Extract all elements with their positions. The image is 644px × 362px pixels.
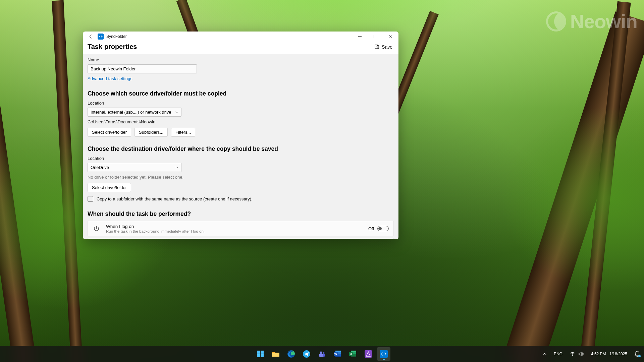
app-window: SyncFolder Task properties Save Name Adv… — [83, 32, 398, 239]
close-button[interactable] — [383, 32, 398, 42]
svg-rect-7 — [261, 354, 264, 357]
notifications-button[interactable] — [633, 351, 641, 357]
svg-rect-4 — [257, 351, 260, 354]
svg-rect-1 — [374, 35, 377, 38]
copy-subfolder-checkbox[interactable] — [88, 196, 93, 202]
save-icon — [374, 44, 379, 49]
svg-point-10 — [320, 352, 322, 354]
chevron-down-icon — [175, 166, 178, 169]
excel-icon[interactable]: X — [346, 347, 360, 361]
teams-icon[interactable] — [315, 347, 329, 361]
select-source-folder-button[interactable]: Select drive/folder — [88, 128, 131, 137]
start-button[interactable] — [254, 347, 267, 361]
watermark: Neowin — [545, 10, 637, 33]
destination-location-label: Location — [88, 156, 394, 161]
task-name-input[interactable] — [88, 64, 197, 73]
name-label: Name — [88, 57, 394, 62]
source-heading: Choose which source drive/folder must be… — [88, 90, 394, 97]
save-button[interactable]: Save — [374, 44, 392, 50]
svg-rect-6 — [257, 354, 260, 357]
taskbar: W X ENG 4:52 PM 1/18/2025 — [0, 346, 644, 362]
trigger-logon: When I log on Run the task in the backgr… — [88, 221, 394, 236]
svg-text:W: W — [334, 352, 337, 356]
volume-icon — [579, 352, 584, 356]
back-button[interactable] — [86, 34, 96, 39]
svg-text:X: X — [350, 352, 352, 356]
chevron-down-icon — [175, 111, 178, 114]
schedule-heading: When should the task be performed? — [88, 210, 394, 218]
svg-point-11 — [323, 352, 325, 354]
titlebar: SyncFolder — [83, 32, 398, 42]
destination-location-select[interactable]: OneDrive — [88, 163, 181, 172]
svg-rect-27 — [380, 350, 388, 358]
edge-icon[interactable] — [284, 347, 298, 361]
destination-heading: Choose the destination drive/folder wher… — [88, 145, 394, 153]
trigger-title: When I log on — [106, 224, 362, 229]
toggle-state: Off — [368, 226, 374, 231]
select-destination-folder-button[interactable]: Select drive/folder — [88, 183, 131, 192]
syncfolder-taskbar-icon[interactable] — [377, 347, 390, 361]
affinity-icon[interactable] — [362, 347, 375, 361]
subfolders-button[interactable]: Subfolders... — [135, 128, 168, 137]
language-indicator[interactable]: ENG — [552, 352, 564, 356]
page-title: Task properties — [88, 43, 137, 51]
word-icon[interactable]: W — [331, 347, 344, 361]
telegram-icon[interactable] — [300, 347, 313, 361]
minimize-button[interactable] — [352, 32, 368, 42]
content-scroll[interactable]: Name Advanced task settings Choose which… — [83, 54, 398, 239]
maximize-button[interactable] — [368, 32, 383, 42]
app-name: SyncFolder — [106, 34, 127, 39]
system-tray[interactable] — [569, 352, 585, 356]
trigger-desc: Run the task in the background immediate… — [106, 229, 362, 233]
source-location-label: Location — [88, 101, 394, 106]
wifi-icon — [570, 352, 575, 356]
clock[interactable]: 4:52 PM 1/18/2025 — [590, 352, 629, 356]
file-explorer-icon[interactable] — [269, 347, 282, 361]
power-icon — [93, 226, 100, 232]
destination-hint: No drive or folder selected yet. Please … — [88, 175, 394, 180]
filters-button[interactable]: Filters... — [171, 128, 195, 137]
trigger-logon-toggle[interactable] — [377, 226, 389, 231]
source-path: C:\Users\Taras\Documents\Neowin — [88, 119, 394, 124]
source-location-select[interactable]: Internal, external (usb,...) or network … — [88, 108, 181, 117]
copy-subfolder-label: Copy to a subfolder with the same name a… — [97, 196, 253, 201]
tray-overflow[interactable] — [541, 352, 548, 356]
app-icon — [98, 34, 104, 40]
advanced-settings-link[interactable]: Advanced task settings — [88, 76, 132, 81]
svg-rect-5 — [261, 351, 264, 354]
trigger-time: At a certain time Run the task automatic… — [88, 238, 394, 239]
svg-point-28 — [572, 355, 573, 356]
